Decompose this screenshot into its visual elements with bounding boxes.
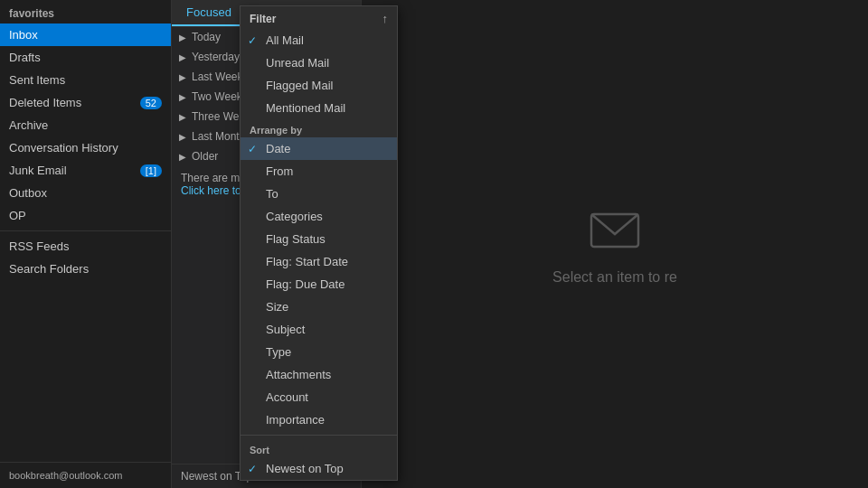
sidebar-item-junk[interactable]: Junk Email [1]: [0, 159, 171, 182]
date-group-today-label: Today: [192, 31, 221, 43]
sort-divider: [241, 435, 397, 436]
arrange-flag-start[interactable]: Flag: Start Date: [241, 250, 397, 273]
arrange-attachments-label: Attachments: [266, 368, 331, 381]
sidebar-item-search[interactable]: Search Folders: [0, 258, 171, 280]
sort-label: Sort: [241, 439, 397, 457]
date-group-lastweek-label: Last Week: [192, 70, 242, 83]
filter-all-mail[interactable]: ✓ All Mail: [241, 29, 397, 52]
arrange-importance-label: Importance: [266, 413, 325, 427]
sidebar: favorites Inbox Drafts Sent Items Delete…: [0, 0, 172, 488]
arrange-type-label: Type: [266, 345, 291, 359]
arrange-flag-start-label: Flag: Start Date: [266, 255, 348, 268]
arrange-subject-label: Subject: [266, 323, 305, 336]
arrange-from[interactable]: From: [241, 160, 397, 183]
chevron-icon: ▶: [179, 92, 186, 102]
reading-pane-text: Select an item to re: [552, 269, 677, 286]
mail-icon: [588, 203, 642, 260]
sidebar-item-archive[interactable]: Archive: [0, 114, 171, 136]
sidebar-item-conversation[interactable]: Conversation History: [0, 136, 171, 159]
sidebar-item-outbox[interactable]: Outbox: [0, 182, 171, 204]
sidebar-item-op[interactable]: OP: [0, 204, 171, 227]
filter-mentioned-mail[interactable]: Mentioned Mail: [241, 97, 397, 119]
sidebar-item-sent[interactable]: Sent Items: [0, 69, 171, 91]
arrange-flag-due[interactable]: Flag: Due Date: [241, 273, 397, 296]
sidebar-item-rss-label: RSS Feeds: [9, 239, 69, 253]
filter-header: Filter ↑: [241, 6, 397, 29]
chevron-icon: ▶: [179, 52, 186, 62]
filter-unread-mail-label: Unread Mail: [266, 56, 329, 70]
sidebar-item-deleted-label: Deleted Items: [9, 96, 81, 109]
filter-flagged-mail-label: Flagged Mail: [266, 79, 333, 92]
sort-arrow-icon: ↑: [382, 12, 389, 25]
arrange-categories[interactable]: Categories: [241, 205, 397, 228]
arrange-subject[interactable]: Subject: [241, 318, 397, 341]
chevron-icon: ▶: [179, 132, 186, 142]
arrange-from-label: From: [266, 164, 293, 178]
chevron-icon: ▶: [179, 72, 186, 82]
arrange-flag-status[interactable]: Flag Status: [241, 228, 397, 250]
arrange-flag-due-label: Flag: Due Date: [266, 277, 344, 291]
arrange-to[interactable]: To: [241, 183, 397, 205]
arrange-account[interactable]: Account: [241, 386, 397, 408]
sidebar-item-op-label: OP: [9, 209, 26, 222]
dropdown-menu: Filter ↑ ✓ All Mail Unread Mail Flagged …: [240, 5, 398, 481]
arrange-type[interactable]: Type: [241, 341, 397, 363]
sidebar-divider: [0, 230, 171, 231]
filter-label: Filter: [250, 13, 276, 25]
sidebar-item-conversation-label: Conversation History: [9, 141, 118, 155]
chevron-icon: ▶: [179, 112, 186, 122]
filter-mentioned-mail-label: Mentioned Mail: [266, 101, 345, 115]
sidebar-item-inbox[interactable]: Inbox: [0, 23, 171, 46]
sidebar-account: bookbreath@outlook.com: [0, 462, 171, 488]
sidebar-item-rss[interactable]: RSS Feeds: [0, 235, 171, 258]
junk-badge: [1]: [140, 164, 162, 177]
tab-focused[interactable]: Focused: [172, 0, 246, 26]
arrange-to-label: To: [266, 187, 278, 201]
arrange-flag-status-label: Flag Status: [266, 232, 326, 246]
check-icon: ✓: [248, 34, 257, 47]
deleted-badge: 52: [140, 97, 162, 109]
arrange-size[interactable]: Size: [241, 296, 397, 318]
sidebar-item-deleted[interactable]: Deleted Items 52: [0, 91, 171, 114]
date-group-yesterday-label: Yesterday: [192, 51, 240, 63]
sidebar-item-inbox-label: Inbox: [9, 28, 38, 42]
arrange-date-label: Date: [266, 142, 290, 155]
check-icon: ✓: [248, 463, 257, 475]
sort-newest-on-top-label: Newest on Top: [266, 462, 344, 475]
arrange-by-label: Arrange by: [241, 119, 397, 137]
chevron-icon: ▶: [179, 152, 186, 162]
arrange-size-label: Size: [266, 300, 288, 314]
sidebar-item-outbox-label: Outbox: [9, 186, 47, 200]
date-group-older-label: Older: [192, 150, 218, 163]
arrange-categories-label: Categories: [266, 210, 323, 223]
sidebar-item-junk-label: Junk Email: [9, 164, 67, 177]
sidebar-item-archive-label: Archive: [9, 118, 48, 132]
filter-flagged-mail[interactable]: Flagged Mail: [241, 74, 397, 97]
arrange-date[interactable]: ✓ Date: [241, 137, 397, 160]
sidebar-item-search-label: Search Folders: [9, 262, 89, 276]
arrange-account-label: Account: [266, 390, 308, 404]
sidebar-item-drafts-label: Drafts: [9, 51, 41, 64]
arrange-importance[interactable]: Importance: [241, 408, 397, 431]
chevron-icon: ▶: [179, 33, 186, 42]
filter-unread-mail[interactable]: Unread Mail: [241, 52, 397, 74]
arrange-attachments[interactable]: Attachments: [241, 363, 397, 386]
filter-all-mail-label: All Mail: [266, 33, 304, 47]
sidebar-item-sent-label: Sent Items: [9, 73, 65, 87]
check-icon: ✓: [248, 143, 257, 155]
sidebar-favorites-label: favorites: [0, 0, 171, 23]
reading-pane: Select an item to re: [362, 0, 868, 488]
sidebar-item-drafts[interactable]: Drafts: [0, 46, 171, 69]
date-group-lastmonth-label: Last Month: [192, 130, 245, 143]
sort-newest-on-top[interactable]: ✓ Newest on Top: [241, 457, 397, 480]
